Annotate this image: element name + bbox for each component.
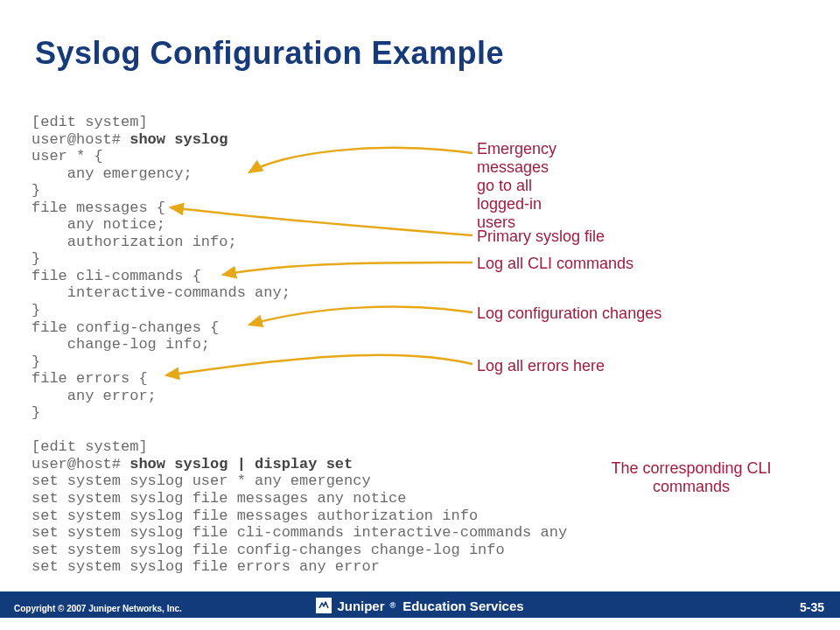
prompt: user@host# [32, 131, 130, 148]
slide-title: Syslog Configuration Example [35, 35, 504, 72]
command: show syslog | display set [130, 456, 353, 472]
code-line [32, 422, 567, 439]
annotation-config-changes: Log configuration changes [477, 304, 662, 323]
code-line: } [32, 404, 567, 422]
code-line: set system syslog file messages any noti… [32, 490, 567, 508]
annotation-emergency: Emergency messages go to all logged-in u… [477, 140, 556, 232]
slide: Syslog Configuration Example [edit syste… [0, 0, 840, 630]
code-line: [edit system] [32, 438, 567, 456]
annotation-primary-file: Primary syslog file [477, 228, 605, 246]
code-line: set system syslog file messages authoriz… [32, 508, 567, 525]
code-line: interactive-commands any; [32, 284, 567, 302]
annotation-cli-corresponding: The corresponding CLI commands [586, 459, 796, 496]
annotation-cli-commands: Log all CLI commands [477, 255, 634, 273]
copyright: Copyright © 2007 Juniper Networks, Inc. [14, 604, 182, 613]
code-line: set system syslog file config-changes ch… [32, 542, 567, 559]
code-line: set system syslog user * any emergency [32, 472, 567, 490]
command: show syslog [130, 131, 228, 148]
prompt: user@host# [32, 456, 130, 472]
code-line: user@host# show syslog | display set [32, 456, 567, 473]
code-line: set system syslog file errors any error [32, 558, 567, 576]
page-number: 5-35 [800, 600, 824, 614]
code-line: [edit system] [32, 114, 567, 131]
annotation-errors: Log all errors here [477, 357, 605, 375]
code-line: set system syslog file cli-commands inte… [32, 524, 567, 542]
code-line: any error; [32, 388, 567, 405]
annotation-text: Emergency messages go to all logged-in u… [477, 140, 556, 232]
code-line: change-log info; [32, 336, 567, 354]
